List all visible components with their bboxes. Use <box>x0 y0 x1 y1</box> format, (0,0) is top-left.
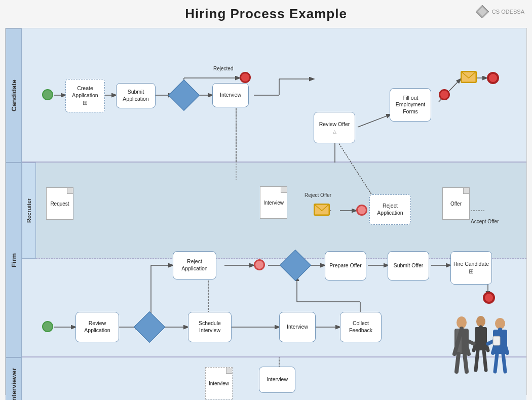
decision-firm <box>138 316 161 338</box>
review-offer-node[interactable]: Review Offer △ <box>314 112 355 143</box>
review-application-node[interactable]: Review Application <box>75 312 119 342</box>
svg-line-47 <box>465 354 467 372</box>
reject-application-upper-node[interactable]: Reject Application <box>369 194 411 225</box>
logo: CS ODESSA <box>475 4 524 19</box>
request-doc-node[interactable]: Request <box>44 185 75 222</box>
decision-candidate <box>173 84 195 106</box>
lane-label-candidate: Candidate <box>6 28 22 163</box>
svg-line-60 <box>469 341 474 344</box>
end-circle-top-right <box>487 72 499 84</box>
hire-grid-icon: ⊞ <box>453 268 489 275</box>
lane-label-interviewer: Interviewer <box>6 357 22 400</box>
start-circle-firm <box>42 321 53 332</box>
interview-interviewer-node[interactable]: Interview <box>259 367 295 393</box>
svg-line-52 <box>495 354 497 372</box>
schedule-interview-node[interactable]: Schedule Interview <box>188 312 232 342</box>
people-svg <box>440 313 521 384</box>
prepare-offer-node[interactable]: Prepare Offer <box>325 251 366 281</box>
reject-application-lower-node[interactable]: Reject Application <box>173 251 216 279</box>
create-application-node[interactable]: Create Application ⊞ <box>65 79 105 112</box>
offer-doc-node[interactable]: Offer <box>440 185 472 222</box>
decision-firm2 <box>284 254 307 276</box>
start-circle-candidate <box>42 89 53 100</box>
interview-candidate-node[interactable]: Interview <box>212 83 249 107</box>
svg-line-46 <box>457 354 459 372</box>
lane-label-firm: Firm <box>6 163 22 357</box>
rejected-label: Rejected <box>213 66 233 71</box>
hire-candidate-node[interactable]: Hire Candidate ⊞ <box>450 251 492 285</box>
interview-firm-node[interactable]: Interview <box>279 312 316 342</box>
rejected-end-circle <box>240 72 251 83</box>
pink-circle-recruiter <box>356 205 367 216</box>
svg-line-59 <box>484 350 486 370</box>
interview-doc-interviewer[interactable]: Interview <box>203 365 235 400</box>
interview-doc-recruiter[interactable]: Interview <box>258 184 289 221</box>
main-container: Hiring Process Example CS ODESSA Candida… <box>0 0 532 400</box>
pink-circle-firm <box>254 259 265 270</box>
lane-label-recruiter: Recruiter <box>22 163 36 259</box>
end-circle-employment <box>439 89 450 100</box>
reject-offer-label: Reject Offer <box>305 192 331 198</box>
fill-employment-node[interactable]: Fill out Employment Forms <box>390 88 431 122</box>
accept-offer-label: Accept Offer <box>471 219 499 224</box>
svg-line-53 <box>503 354 505 372</box>
diagram-area: Candidate Firm Interviewer Recruiter <box>5 28 527 395</box>
submit-application-node[interactable]: Submit Application <box>116 83 156 108</box>
end-circle-hire <box>483 292 495 304</box>
svg-line-61 <box>488 341 493 344</box>
svg-rect-62 <box>493 336 500 345</box>
collect-feedback-node[interactable]: Collect Feedback <box>340 312 382 342</box>
svg-point-48 <box>495 318 505 329</box>
envelope-node-top <box>461 71 477 83</box>
people-illustration <box>440 313 521 384</box>
page-title: Hiring Process Example <box>0 0 532 25</box>
submit-offer-node[interactable]: Submit Offer <box>388 251 429 281</box>
envelope-node-recruiter <box>314 204 330 216</box>
grid-icon: ⊞ <box>68 99 102 106</box>
svg-line-58 <box>476 350 478 370</box>
